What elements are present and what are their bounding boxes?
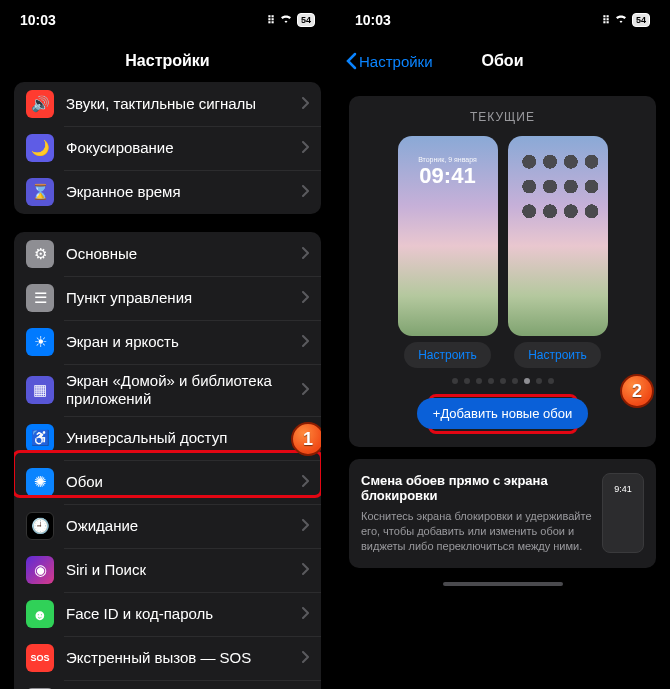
settings-list: 🔊Звуки, тактильные сигналы🌙Фокусирование… — [0, 82, 335, 689]
row-label: Пункт управления — [66, 289, 301, 307]
settings-row-standby[interactable]: 🕘Ожидание — [14, 504, 321, 548]
settings-row-focus[interactable]: 🌙Фокусирование — [14, 126, 321, 170]
settings-row-contact-notify[interactable]: ✉Уведомления о контакте — [14, 680, 321, 689]
settings-row-faceid[interactable]: ☻Face ID и код-пароль — [14, 592, 321, 636]
info-card: Смена обоев прямо с экрана блокировки Ко… — [349, 459, 656, 568]
general-icon: ⚙ — [26, 240, 54, 268]
wifi-icon — [614, 14, 628, 26]
accessibility-icon: ♿ — [26, 424, 54, 452]
control-center-icon: ☰ — [26, 284, 54, 312]
info-title: Смена обоев прямо с экрана блокировки — [361, 473, 592, 503]
info-body: Коснитесь экрана блокировки и удерживайт… — [361, 509, 592, 554]
row-label: Ожидание — [66, 517, 301, 535]
chevron-right-icon — [301, 381, 309, 399]
settings-row-home-screen[interactable]: ▦Экран «Домой» и библиотека приложений — [14, 364, 321, 416]
row-label: Экстренный вызов — SOS — [66, 649, 301, 667]
back-button[interactable]: Настройки — [345, 52, 433, 70]
row-label: Универсальный доступ — [66, 429, 301, 447]
home-indicator — [443, 582, 563, 586]
settings-row-general[interactable]: ⚙Основные — [14, 232, 321, 276]
display-icon: ☀ — [26, 328, 54, 356]
row-label: Основные — [66, 245, 301, 263]
right-screenshot: 10:03 ⠿ 54 Настройки Обои ТЕКУЩИЕ Вторни… — [335, 0, 670, 689]
status-right: ⠿ 54 — [602, 13, 650, 27]
back-label: Настройки — [359, 53, 433, 70]
settings-row-control-center[interactable]: ☰Пункт управления — [14, 276, 321, 320]
settings-group-1: 🔊Звуки, тактильные сигналы🌙Фокусирование… — [14, 82, 321, 214]
wallpaper-pair: Вторник, 9 января 09:41 Настроить Настро… — [359, 136, 646, 368]
settings-row-sounds[interactable]: 🔊Звуки, тактильные сигналы — [14, 82, 321, 126]
row-label: Звуки, тактильные сигналы — [66, 95, 301, 113]
wifi-icon — [279, 14, 293, 26]
row-label: Siri и Поиск — [66, 561, 301, 579]
chevron-right-icon — [301, 139, 309, 157]
signal-icon: ⠿ — [602, 14, 610, 27]
status-time: 10:03 — [355, 12, 391, 28]
chevron-right-icon — [301, 561, 309, 579]
chevron-right-icon — [301, 333, 309, 351]
row-label: Экран «Домой» и библиотека приложений — [66, 372, 301, 408]
wallpaper-icon: ✺ — [26, 468, 54, 496]
home-wallpaper-preview[interactable] — [508, 136, 608, 336]
navbar: Настройки Обои — [335, 40, 670, 82]
signal-icon: ⠿ — [267, 14, 275, 27]
settings-row-wallpaper[interactable]: ✺Обои — [14, 460, 321, 504]
chevron-right-icon — [301, 289, 309, 307]
battery-icon: 54 — [297, 13, 315, 27]
sounds-icon: 🔊 — [26, 90, 54, 118]
add-wallpaper-button[interactable]: +Добавить новые обои — [417, 398, 588, 429]
chevron-right-icon — [301, 429, 309, 447]
battery-icon: 54 — [632, 13, 650, 27]
info-mini-preview: 9:41 — [602, 473, 644, 553]
settings-row-sos[interactable]: SOSЭкстренный вызов — SOS — [14, 636, 321, 680]
left-screenshot: 10:03 ⠿ 54 Настройки 🔊Звуки, тактильные … — [0, 0, 335, 689]
chevron-right-icon — [301, 183, 309, 201]
row-label: Экранное время — [66, 183, 301, 201]
chevron-right-icon — [301, 649, 309, 667]
status-bar: 10:03 ⠿ 54 — [335, 0, 670, 40]
status-right: ⠿ 54 — [267, 13, 315, 27]
focus-icon: 🌙 — [26, 134, 54, 162]
customize-lock-button[interactable]: Настроить — [404, 342, 491, 368]
chevron-right-icon — [301, 95, 309, 113]
lock-wallpaper-col: Вторник, 9 января 09:41 Настроить — [398, 136, 498, 368]
screentime-icon: ⌛ — [26, 178, 54, 206]
siri-icon: ◉ — [26, 556, 54, 584]
lock-wallpaper-preview[interactable]: Вторник, 9 января 09:41 — [398, 136, 498, 336]
row-label: Фокусирование — [66, 139, 301, 157]
standby-icon: 🕘 — [26, 512, 54, 540]
chevron-right-icon — [301, 473, 309, 491]
settings-row-display[interactable]: ☀Экран и яркость — [14, 320, 321, 364]
status-bar: 10:03 ⠿ 54 — [0, 0, 335, 40]
current-wallpaper-card: ТЕКУЩИЕ Вторник, 9 января 09:41 Настроит… — [349, 96, 656, 447]
lock-date: Вторник, 9 января — [398, 156, 498, 163]
row-label: Обои — [66, 473, 301, 491]
settings-row-siri[interactable]: ◉Siri и Поиск — [14, 548, 321, 592]
chevron-right-icon — [301, 605, 309, 623]
page-title: Настройки — [0, 52, 335, 70]
row-label: Face ID и код-пароль — [66, 605, 301, 623]
chevron-right-icon — [301, 245, 309, 263]
sos-icon: SOS — [26, 644, 54, 672]
settings-row-accessibility[interactable]: ♿Универсальный доступ — [14, 416, 321, 460]
settings-row-screentime[interactable]: ⌛Экранное время — [14, 170, 321, 214]
wallpaper-content: ТЕКУЩИЕ Вторник, 9 января 09:41 Настроит… — [335, 82, 670, 689]
home-screen-icon: ▦ — [26, 376, 54, 404]
lock-time: 09:41 — [398, 163, 498, 189]
navbar: Настройки — [0, 40, 335, 82]
customize-home-button[interactable]: Настроить — [514, 342, 601, 368]
current-header: ТЕКУЩИЕ — [359, 110, 646, 124]
status-time: 10:03 — [20, 12, 56, 28]
settings-group-2: ⚙Основные☰Пункт управления☀Экран и яркос… — [14, 232, 321, 689]
row-label: Экран и яркость — [66, 333, 301, 351]
home-wallpaper-col: Настроить — [508, 136, 608, 368]
chevron-right-icon — [301, 517, 309, 535]
mini-time: 9:41 — [614, 484, 632, 494]
faceid-icon: ☻ — [26, 600, 54, 628]
page-dots[interactable] — [359, 378, 646, 384]
